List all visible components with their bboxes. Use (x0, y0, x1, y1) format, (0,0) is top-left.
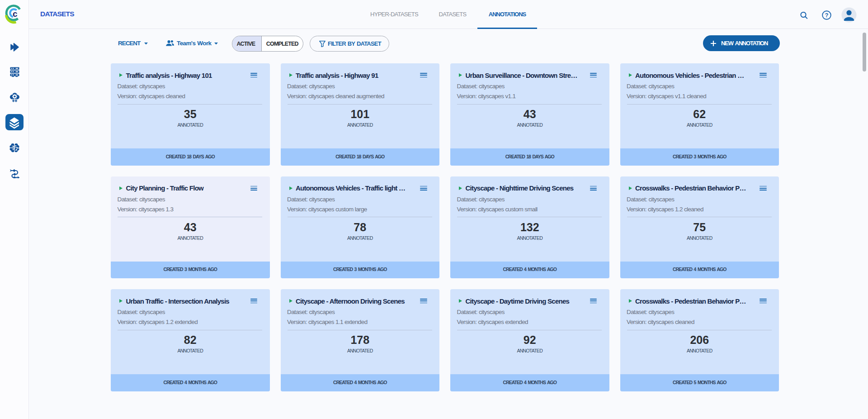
svg-text:?: ? (825, 12, 829, 19)
svg-text:c: c (13, 9, 18, 19)
